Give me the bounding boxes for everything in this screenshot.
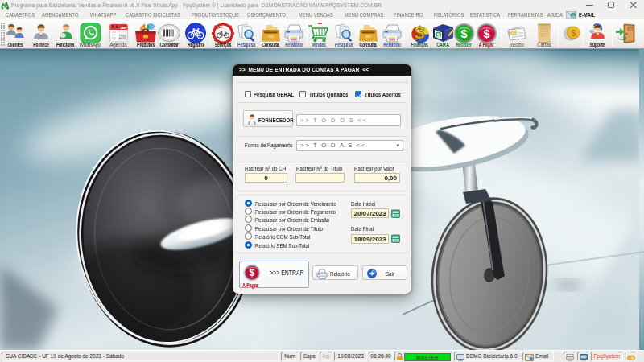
svg-text:$: $: [250, 267, 255, 278]
svg-text:JAN: JAN: [119, 26, 126, 30]
svg-text:$: $: [460, 27, 467, 40]
svg-text:$: $: [483, 27, 489, 40]
svg-text:$: $: [436, 32, 440, 39]
svg-text:29: 29: [118, 33, 126, 40]
svg-text:$: $: [571, 28, 576, 38]
svg-text:EXIT: EXIT: [628, 27, 633, 31]
svg-text:$: $: [415, 23, 424, 43]
